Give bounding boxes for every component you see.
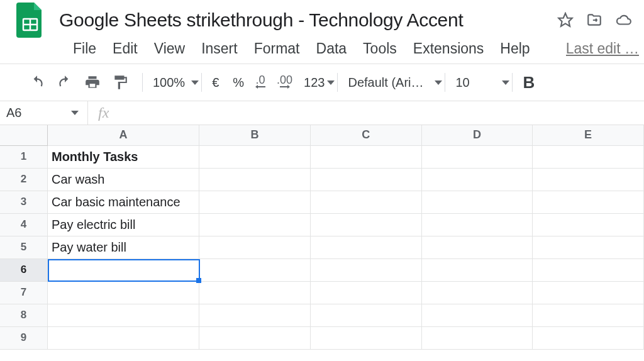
column-header-e[interactable]: E [533,125,644,145]
sheets-logo-icon [16,3,44,38]
fx-icon: fx [88,104,119,121]
cell[interactable] [421,281,533,304]
menu-bar: File Edit View Insert Format Data Tools … [0,40,644,64]
cell[interactable] [533,258,644,281]
cell[interactable] [533,281,644,304]
cloud-status-icon[interactable] [615,12,633,28]
cell[interactable] [533,191,644,213]
cell[interactable] [421,304,533,326]
chevron-down-icon [435,81,442,85]
column-header-a[interactable]: A [47,125,199,145]
row-header[interactable]: 2 [0,168,47,191]
cell[interactable] [47,281,199,304]
cell[interactable] [421,168,533,191]
increase-decimal-button[interactable]: .00 [277,75,292,89]
format-currency-button[interactable]: € [212,75,219,90]
cell[interactable] [421,258,533,281]
cell[interactable]: Car wash [47,168,199,191]
row-header[interactable]: 8 [0,304,47,326]
cell[interactable] [421,145,533,168]
cell[interactable] [199,213,311,236]
menu-insert[interactable]: Insert [201,40,238,57]
cell[interactable] [533,168,644,191]
menu-extensions[interactable]: Extensions [413,40,484,57]
cell[interactable] [199,304,311,326]
cell[interactable] [421,191,533,213]
cell[interactable] [533,145,644,168]
menu-tools[interactable]: Tools [363,40,397,57]
menu-data[interactable]: Data [316,40,347,57]
column-header-b[interactable]: B [199,125,311,145]
menu-file[interactable]: File [73,40,96,57]
cell[interactable] [47,258,199,281]
chevron-down-icon [327,81,335,85]
paint-format-icon[interactable] [112,74,128,91]
cell[interactable] [310,191,421,213]
cell[interactable] [533,213,644,236]
row-header[interactable]: 1 [0,145,47,168]
formula-input[interactable] [119,101,644,125]
menu-edit[interactable]: Edit [113,40,138,57]
cell[interactable]: Pay electric bill [47,213,199,236]
cell[interactable] [199,145,311,168]
cell[interactable] [199,258,311,281]
cell[interactable] [310,304,421,326]
menu-format[interactable]: Format [254,40,300,57]
select-all-corner[interactable] [0,125,47,145]
font-family-value: Default (Ari… [348,75,423,90]
cell[interactable] [310,326,421,349]
menu-view[interactable]: View [154,40,185,57]
cell[interactable]: Pay water bill [47,236,199,258]
cell[interactable] [310,281,421,304]
cell[interactable] [47,326,199,349]
chevron-down-icon [71,111,79,115]
row-header[interactable]: 5 [0,236,47,258]
font-size-select[interactable]: 10 [455,75,509,90]
last-edit-link[interactable]: Last edit … [566,40,639,57]
cell[interactable] [421,236,533,258]
row-header[interactable]: 9 [0,326,47,349]
cell[interactable] [421,326,533,349]
print-icon[interactable] [84,74,101,91]
decrease-decimal-button[interactable]: .0 [255,75,265,89]
row-header[interactable]: 7 [0,281,47,304]
move-to-folder-icon[interactable] [586,12,602,28]
row-header[interactable]: 6 [0,258,47,281]
cell[interactable] [533,236,644,258]
chevron-down-icon [502,81,509,85]
cell[interactable] [310,168,421,191]
row-header[interactable]: 3 [0,191,47,213]
name-box[interactable]: A6 [0,101,88,125]
cell[interactable]: Car basic maintenance [47,191,199,213]
column-header-c[interactable]: C [310,125,421,145]
cell[interactable] [533,326,644,349]
document-title[interactable]: Google Sheets strikethrough - Technology… [59,9,463,31]
spreadsheet-grid[interactable]: A B C D E 1Monthly Tasks 2Car wash 3Car … [0,125,644,350]
cell[interactable] [199,236,311,258]
cell[interactable] [310,236,421,258]
cell[interactable]: Monthly Tasks [47,145,199,168]
cell[interactable] [310,145,421,168]
font-family-select[interactable]: Default (Ari… [348,75,442,90]
menu-help[interactable]: Help [500,40,530,57]
cell[interactable] [533,304,644,326]
cell[interactable] [199,326,311,349]
redo-icon[interactable] [57,74,73,91]
cell[interactable] [310,213,421,236]
zoom-select[interactable]: 100% [153,75,199,90]
bold-button[interactable]: B [523,73,535,92]
cell[interactable] [199,168,311,191]
format-percent-button[interactable]: % [233,75,244,90]
row-header[interactable]: 4 [0,213,47,236]
cell[interactable] [199,191,311,213]
cell[interactable] [310,258,421,281]
cell[interactable] [199,281,311,304]
cell[interactable] [47,304,199,326]
more-formats-button[interactable]: 123 [304,75,335,90]
star-icon[interactable] [557,12,574,28]
chevron-down-icon [191,81,199,85]
column-header-d[interactable]: D [421,125,533,145]
zoom-value: 100% [153,75,185,90]
cell[interactable] [421,213,533,236]
undo-icon[interactable] [29,74,45,91]
